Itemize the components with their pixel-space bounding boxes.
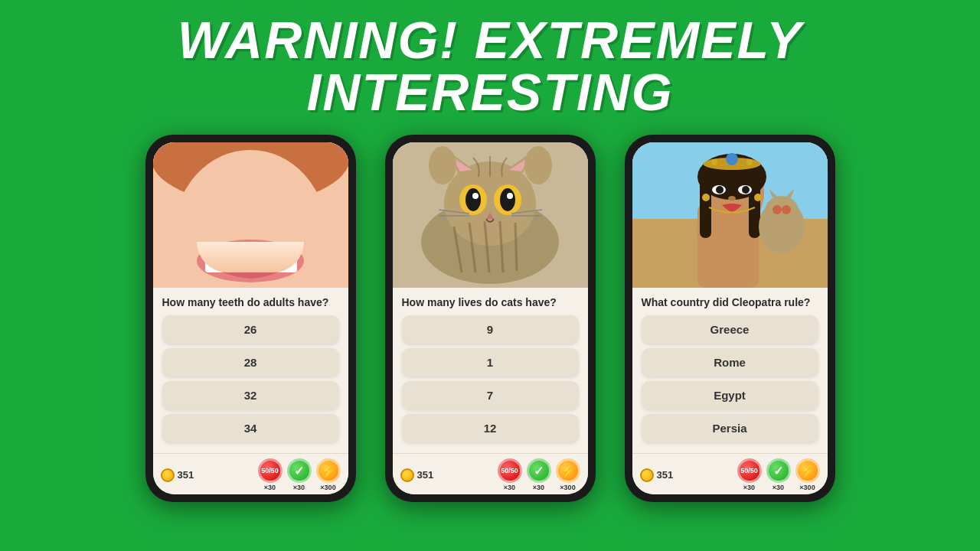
phone-3-image bbox=[632, 142, 828, 288]
svg-point-22 bbox=[507, 193, 513, 199]
phone-1-powerups: 50/50 ×30 ✓ ×30 ⚡ ×300 bbox=[258, 458, 341, 491]
svg-point-57 bbox=[754, 194, 762, 201]
svg-point-43 bbox=[716, 186, 724, 194]
powerup-check-label-1: ×30 bbox=[293, 484, 305, 491]
phone-1-answer-4[interactable]: 34 bbox=[162, 414, 339, 442]
phone-1-answer-2[interactable]: 28 bbox=[162, 348, 339, 377]
powerup-lightning-label-1: ×300 bbox=[320, 484, 335, 491]
smile-image bbox=[153, 142, 348, 288]
powerup-50-icon-3: 50/50 bbox=[737, 458, 762, 483]
svg-point-29 bbox=[524, 146, 552, 184]
phone-1-answer-1[interactable]: 26 bbox=[162, 315, 339, 344]
svg-point-54 bbox=[773, 205, 782, 214]
svg-line-12 bbox=[515, 223, 517, 271]
powerup-lightning-label-2: ×300 bbox=[560, 484, 575, 491]
powerup-check-2[interactable]: ✓ ×30 bbox=[527, 458, 551, 491]
svg-point-56 bbox=[702, 194, 710, 201]
svg-rect-4 bbox=[205, 256, 297, 272]
powerup-50-label-3: ×30 bbox=[743, 484, 755, 491]
phones-row: How many teeth do adults have? 26 28 32 … bbox=[145, 135, 835, 502]
powerup-check-label-3: ×30 bbox=[773, 484, 784, 491]
phone-3-answer-2[interactable]: Rome bbox=[642, 348, 818, 377]
phone-1-footer: 351 50/50 ×30 ✓ ×30 ⚡ ×300 bbox=[153, 453, 348, 494]
phone-2-answer-4[interactable]: 12 bbox=[402, 414, 579, 442]
powerup-lightning-2[interactable]: ⚡ ×300 bbox=[556, 458, 580, 491]
coin-icon-3 bbox=[640, 468, 654, 482]
powerup-lightning-icon-2: ⚡ bbox=[556, 458, 580, 483]
header: WARNING! EXTREMELY INTERESTING bbox=[0, 0, 980, 127]
phone-3-inner: What country did Cleopatra rule? Greece … bbox=[632, 142, 828, 494]
svg-point-21 bbox=[472, 193, 479, 199]
powerup-50-icon-2: 50/50 bbox=[498, 458, 522, 483]
powerup-50-label-1: ×30 bbox=[264, 484, 276, 491]
phone-2-inner: How many lives do cats have? 9 1 7 12 35… bbox=[393, 142, 588, 494]
svg-point-51 bbox=[765, 196, 799, 227]
phone-3: What country did Cleopatra rule? Greece … bbox=[625, 135, 835, 502]
svg-point-19 bbox=[466, 188, 481, 211]
phone-2-footer: 351 50/50 ×30 ✓ ×30 ⚡ ×300 bbox=[393, 453, 588, 494]
powerup-check-icon-2: ✓ bbox=[527, 458, 551, 483]
phone-3-powerups: 50/50 ×30 ✓ ×30 ⚡ ×300 bbox=[737, 458, 820, 491]
phone-3-coins-value: 351 bbox=[657, 469, 674, 481]
powerup-lightning-icon-1: ⚡ bbox=[316, 458, 341, 483]
phone-3-question: What country did Cleopatra rule? bbox=[642, 295, 818, 309]
powerup-check-label-2: ×30 bbox=[533, 484, 544, 491]
powerup-check-icon-3: ✓ bbox=[766, 458, 791, 483]
phone-3-answer-1[interactable]: Greece bbox=[642, 315, 818, 344]
svg-point-49 bbox=[728, 196, 736, 201]
phone-2-coins-value: 351 bbox=[417, 469, 434, 481]
powerup-50-3[interactable]: 50/50 ×30 bbox=[737, 458, 762, 491]
phone-3-coins: 351 bbox=[640, 468, 674, 482]
powerup-lightning-label-3: ×300 bbox=[799, 484, 815, 491]
powerup-check-icon-1: ✓ bbox=[287, 458, 312, 483]
phone-2-answer-1[interactable]: 9 bbox=[402, 315, 579, 344]
svg-point-44 bbox=[742, 186, 750, 194]
powerup-lightning-1[interactable]: ⚡ ×300 bbox=[316, 458, 341, 491]
phone-2-content: How many lives do cats have? 9 1 7 12 bbox=[393, 288, 588, 453]
svg-point-20 bbox=[500, 188, 515, 211]
phone-1-image bbox=[153, 142, 348, 288]
powerup-50-icon-1: 50/50 bbox=[258, 458, 283, 483]
powerup-check-1[interactable]: ✓ ×30 bbox=[287, 458, 312, 491]
powerup-50-1[interactable]: 50/50 ×30 bbox=[258, 458, 283, 491]
svg-point-28 bbox=[429, 146, 456, 184]
powerup-50-label-2: ×30 bbox=[504, 484, 515, 491]
phone-1-answer-3[interactable]: 32 bbox=[162, 381, 339, 409]
phone-1: How many teeth do adults have? 26 28 32 … bbox=[145, 135, 356, 502]
phone-2-image bbox=[393, 142, 588, 288]
phone-1-coins-value: 351 bbox=[178, 469, 194, 481]
svg-point-40 bbox=[746, 159, 753, 165]
coin-icon-2 bbox=[400, 468, 414, 482]
phone-1-content: How many teeth do adults have? 26 28 32 … bbox=[153, 288, 348, 453]
coin-icon-1 bbox=[161, 468, 175, 482]
phone-3-answer-4[interactable]: Persia bbox=[642, 414, 818, 442]
phone-3-footer: 351 50/50 ×30 ✓ ×30 ⚡ ×300 bbox=[632, 453, 828, 494]
powerup-50-2[interactable]: 50/50 ×30 bbox=[498, 458, 522, 491]
phone-2-answer-3[interactable]: 7 bbox=[402, 381, 579, 409]
svg-point-39 bbox=[711, 159, 717, 165]
phone-1-question: How many teeth do adults have? bbox=[162, 295, 339, 309]
phone-1-inner: How many teeth do adults have? 26 28 32 … bbox=[153, 142, 348, 494]
header-title: WARNING! EXTREMELY INTERESTING bbox=[178, 11, 803, 121]
powerup-lightning-icon-3: ⚡ bbox=[795, 458, 820, 483]
phone-2-coins: 351 bbox=[400, 468, 434, 482]
phone-2: How many lives do cats have? 9 1 7 12 35… bbox=[385, 135, 596, 502]
phone-2-question: How many lives do cats have? bbox=[402, 295, 579, 309]
powerup-lightning-3[interactable]: ⚡ ×300 bbox=[795, 458, 820, 491]
svg-point-38 bbox=[726, 153, 738, 165]
phone-2-answer-2[interactable]: 1 bbox=[402, 348, 579, 377]
svg-point-55 bbox=[782, 205, 791, 214]
phone-3-content: What country did Cleopatra rule? Greece … bbox=[632, 288, 828, 453]
phone-3-answer-3[interactable]: Egypt bbox=[642, 381, 818, 409]
powerup-check-3[interactable]: ✓ ×30 bbox=[766, 458, 791, 491]
phone-1-coins: 351 bbox=[161, 468, 194, 482]
phone-2-powerups: 50/50 ×30 ✓ ×30 ⚡ ×300 bbox=[498, 458, 580, 491]
